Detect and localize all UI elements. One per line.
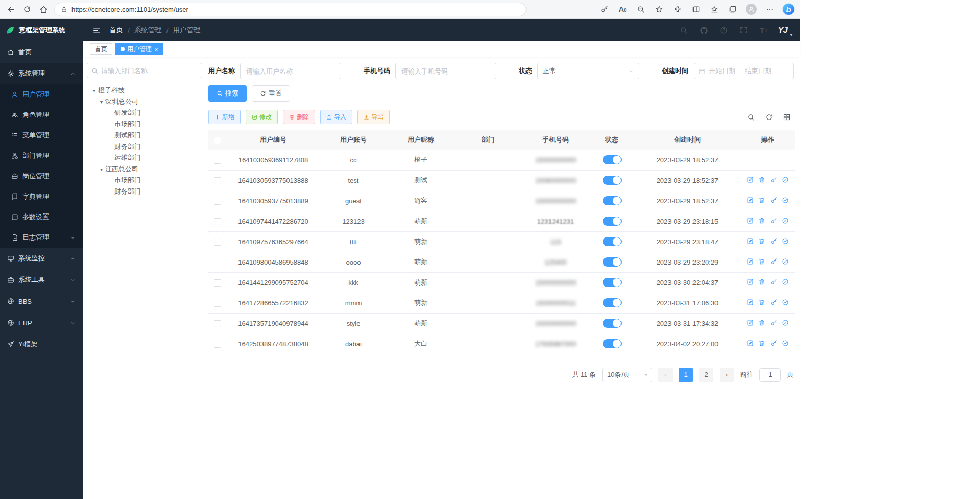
row-delete-icon[interactable]: [758, 176, 766, 183]
profile-avatar[interactable]: [746, 4, 757, 15]
tree-node[interactable]: 运维部门: [87, 152, 202, 163]
status-toggle[interactable]: [603, 257, 622, 267]
sidebar-item-system-monitor[interactable]: 系统监控: [0, 248, 83, 269]
breadcrumb-system[interactable]: 系统管理: [134, 26, 162, 35]
tree-node[interactable]: 财务部门: [87, 141, 202, 152]
status-select[interactable]: 正常: [537, 63, 639, 79]
tree-node[interactable]: 财务部门: [87, 186, 202, 197]
status-toggle[interactable]: [603, 176, 622, 185]
goto-page-input[interactable]: [759, 368, 781, 382]
row-assign-role-icon[interactable]: [782, 237, 789, 245]
sidebar-collapse-icon[interactable]: [91, 25, 102, 36]
row-checkbox[interactable]: [214, 320, 221, 327]
import-button[interactable]: 导入: [320, 110, 352, 124]
sidebar-item-user-mgmt[interactable]: 用户管理: [0, 84, 83, 105]
sidebar-item-log-mgmt[interactable]: 日志管理: [0, 227, 83, 248]
sidebar-item-post-mgmt[interactable]: 岗位管理: [0, 166, 83, 186]
next-page-button[interactable]: ›: [720, 368, 734, 382]
row-delete-icon[interactable]: [758, 340, 766, 347]
refresh-icon[interactable]: [21, 4, 33, 15]
search-icon[interactable]: [678, 25, 689, 36]
reset-button[interactable]: 重置: [252, 85, 290, 102]
tree-caret-icon[interactable]: ▾: [100, 99, 103, 105]
row-assign-role-icon[interactable]: [782, 258, 789, 265]
page-button-1[interactable]: 1: [679, 368, 693, 382]
more-options-icon[interactable]: [764, 4, 775, 15]
tree-node[interactable]: 市场部门: [87, 175, 202, 186]
row-assign-role-icon[interactable]: [782, 299, 789, 306]
row-delete-icon[interactable]: [758, 237, 766, 245]
row-delete-icon[interactable]: [758, 217, 766, 224]
zoom-out-icon[interactable]: [635, 4, 647, 15]
password-key-icon[interactable]: [599, 4, 610, 15]
back-icon[interactable]: [5, 4, 16, 15]
row-reset-password-icon[interactable]: [770, 217, 777, 224]
tag-home[interactable]: 首页: [90, 43, 112, 55]
github-icon[interactable]: [698, 25, 709, 36]
copilot-bing-icon[interactable]: b: [782, 3, 795, 15]
tree-node[interactable]: 研发部门: [87, 107, 202, 118]
dept-search-input[interactable]: [101, 67, 198, 75]
close-icon[interactable]: ×: [154, 46, 158, 53]
row-edit-icon[interactable]: [747, 176, 754, 183]
row-reset-password-icon[interactable]: [770, 258, 777, 265]
select-all-checkbox[interactable]: [214, 137, 221, 144]
row-edit-icon[interactable]: [747, 299, 754, 306]
row-reset-password-icon[interactable]: [770, 176, 777, 183]
page-button-2[interactable]: 2: [699, 368, 713, 382]
status-toggle[interactable]: [603, 298, 622, 307]
browser-home-icon[interactable]: [38, 4, 49, 15]
status-toggle[interactable]: [603, 155, 622, 164]
extensions-icon[interactable]: [672, 4, 683, 15]
row-reset-password-icon[interactable]: [770, 278, 777, 286]
row-assign-role-icon[interactable]: [782, 197, 789, 204]
row-reset-password-icon[interactable]: [770, 237, 777, 245]
row-assign-role-icon[interactable]: [782, 319, 789, 326]
sidebar-item-system-tools[interactable]: 系统工具: [0, 269, 83, 291]
row-assign-role-icon[interactable]: [782, 278, 789, 286]
status-toggle[interactable]: [603, 278, 622, 287]
tree-node[interactable]: 市场部门: [87, 118, 202, 130]
favorites-add-icon[interactable]: [654, 4, 665, 15]
prev-page-button[interactable]: ‹: [658, 368, 673, 382]
font-size-icon[interactable]: TT: [758, 25, 769, 36]
row-checkbox[interactable]: [214, 198, 221, 205]
page-size-select[interactable]: 10条/页 ▾: [602, 368, 652, 382]
sidebar-item-yi-framework[interactable]: Yi框架: [0, 334, 83, 355]
row-edit-icon[interactable]: [747, 197, 754, 204]
help-icon[interactable]: [718, 25, 729, 36]
row-checkbox[interactable]: [214, 177, 221, 184]
row-delete-icon[interactable]: [758, 299, 766, 306]
date-range-picker[interactable]: 开始日期 - 结束日期: [694, 63, 794, 79]
tree-node[interactable]: ▾ 江西总公司: [87, 163, 202, 175]
row-delete-icon[interactable]: [758, 258, 766, 265]
row-checkbox[interactable]: [214, 239, 221, 246]
row-edit-icon[interactable]: [747, 258, 754, 265]
tree-node[interactable]: ▾ 橙子科技: [87, 85, 202, 96]
row-reset-password-icon[interactable]: [770, 197, 777, 204]
row-checkbox[interactable]: [214, 157, 221, 164]
row-edit-icon[interactable]: [747, 340, 754, 347]
sidebar-item-param-settings[interactable]: 参数设置: [0, 207, 83, 227]
collections-icon[interactable]: [727, 4, 738, 15]
tree-node[interactable]: ▾ 深圳总公司: [87, 96, 202, 107]
table-refresh-icon[interactable]: [765, 113, 773, 121]
status-toggle[interactable]: [603, 339, 622, 348]
phone-input[interactable]: [395, 63, 496, 79]
tree-caret-icon[interactable]: ▾: [93, 88, 95, 93]
sidebar-item-system-mgmt[interactable]: 系统管理: [0, 63, 83, 84]
add-button[interactable]: 新增: [208, 110, 241, 124]
row-assign-role-icon[interactable]: [782, 340, 789, 347]
row-delete-icon[interactable]: [758, 197, 766, 204]
search-button[interactable]: 搜索: [208, 85, 247, 102]
status-toggle[interactable]: [603, 237, 622, 246]
row-delete-icon[interactable]: [758, 319, 766, 326]
row-edit-icon[interactable]: [747, 319, 754, 326]
tree-caret-icon[interactable]: ▾: [100, 167, 103, 172]
delete-button[interactable]: 删除: [283, 110, 315, 124]
favorites-icon[interactable]: [709, 4, 720, 15]
sidebar-item-home[interactable]: 首页: [0, 41, 83, 63]
sidebar-item-erp[interactable]: ERP: [0, 312, 83, 334]
row-checkbox[interactable]: [214, 300, 221, 307]
row-assign-role-icon[interactable]: [782, 217, 789, 224]
